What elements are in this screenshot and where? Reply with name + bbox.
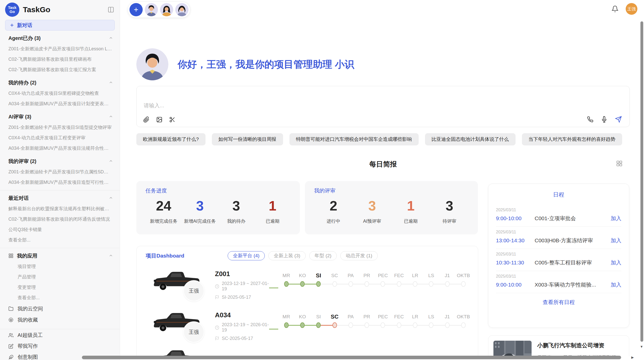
layout-grid-icon[interactable] xyxy=(616,160,623,167)
section-agent-done[interactable]: Agent已办 (3) xyxy=(0,33,120,44)
scissors-icon[interactable] xyxy=(169,116,175,123)
milestone-oktb: OKTB xyxy=(455,272,471,290)
chevron-up-icon[interactable] xyxy=(109,36,113,40)
send-icon[interactable] xyxy=(615,116,622,123)
list-item[interactable]: A034-全新新能源MUV产品开发项目造型可行性评审 xyxy=(0,177,120,188)
schedule-item: 2025/03/11 9:00-10:00 X003-车辆动力学性能验... 加… xyxy=(496,271,621,293)
milestone-lr: LR xyxy=(407,313,423,332)
section-title: 我的待办 (2) xyxy=(8,79,36,86)
milestone-track: MRKOSISCPAPRPECFECLRLSJ1OKTB xyxy=(278,313,472,332)
greeting-text: 你好，王强，我是你的项目管理助理 小识 xyxy=(178,58,354,71)
microphone-icon[interactable] xyxy=(601,116,607,123)
list-item[interactable]: C0X4-动力总成开发项目SI里程碑提交物检查 xyxy=(0,88,120,99)
list-item[interactable]: 解释最新出台的欧盟报废车法规再生塑料比例被调至15%... xyxy=(0,204,120,214)
sidebar-item-label: 创意制图 xyxy=(18,354,38,360)
milestone-ls: LS xyxy=(423,313,439,332)
sidebar-item-write-helper[interactable]: 帮我写作 xyxy=(0,341,120,352)
collapse-sidebar-icon[interactable] xyxy=(108,6,114,13)
chevron-up-icon[interactable] xyxy=(109,196,113,200)
sidebar-item-label: 我的云空间 xyxy=(18,305,43,312)
list-item[interactable]: A034-全新新能源MUV产品开发项目法规符合性评审 xyxy=(0,143,120,154)
users-icon xyxy=(8,333,13,338)
sidebar-item-product-mgmt[interactable]: 产品管理 xyxy=(0,272,120,282)
sidebar-item-label: 帮我写作 xyxy=(18,343,38,350)
suggestion-chip[interactable]: 当下年轻人对汽车外观有怎样的喜好趋势 xyxy=(522,133,622,145)
news-card[interactable]: 小鹏飞行汽车制造公司增资 天眼查 App 显示，近日广州汇天飞行汽... xyxy=(488,335,629,356)
chat-input-card[interactable]: 请输入... xyxy=(136,86,630,127)
list-item[interactable]: A034-全新新能源MUV产品开发项目计划变更表编写 xyxy=(0,99,120,109)
milestone-mr: MR xyxy=(278,272,294,290)
section-ai-review[interactable]: AI评审 (3) xyxy=(0,111,120,122)
project-car-image: 王强 xyxy=(149,307,205,343)
section-recent-chats[interactable]: 最近对话 xyxy=(0,192,120,204)
folder-icon xyxy=(8,306,13,311)
project-milestone-date: SC-2025-05-17 xyxy=(215,336,273,341)
chevron-up-icon[interactable] xyxy=(109,253,113,258)
list-item[interactable]: Z001-全新燃油轻卡产品开发项目SI造型提交物评审 xyxy=(0,122,120,133)
section-my-review[interactable]: 我的评审 (2) xyxy=(0,156,120,167)
chevron-up-icon[interactable] xyxy=(109,114,113,119)
divider xyxy=(0,248,120,248)
chevron-up-icon[interactable] xyxy=(109,159,113,163)
suggestion-chip[interactable]: 特朗普可能对进口汽车增税会对中国车企造成哪些影响 xyxy=(289,133,419,145)
section-title: 最近对话 xyxy=(8,195,29,202)
filter-pill[interactable]: 年型 (2) xyxy=(309,251,337,260)
filter-pill[interactable]: 全新上装 (3) xyxy=(268,251,306,260)
image-icon[interactable] xyxy=(156,116,163,123)
list-item[interactable]: Z001-全新燃油皮卡产品开发项目SI节点Lesson Learn报告 xyxy=(0,44,120,54)
daily-briefing-header: 每日简报 xyxy=(136,160,630,169)
list-item[interactable]: C02-飞腾新能源轻客改款项目立项汇报方案 xyxy=(0,65,120,75)
milestone-pec: PEC xyxy=(375,272,391,290)
suggestion-chip[interactable]: 欧洲新规最近颁布了什么? xyxy=(136,133,206,145)
new-chat-label: 新对话 xyxy=(17,22,32,29)
milestone-ls: LS xyxy=(423,272,439,290)
sidebar-item-project-mgmt[interactable]: 项目管理 xyxy=(0,261,120,272)
section-my-todo[interactable]: 我的待办 (2) xyxy=(0,77,120,88)
suggestion-chip[interactable]: 比亚迪全固态电池计划具体说了什么 xyxy=(425,133,516,145)
join-link[interactable]: 加入 xyxy=(611,215,621,222)
paperclip-icon[interactable] xyxy=(143,116,150,123)
sidebar-item-ai-employee[interactable]: AI超级员工 xyxy=(0,330,120,341)
view-all-schedule-link[interactable]: 查看所有日程 xyxy=(496,299,621,306)
section-my-apps[interactable]: 我的应用 xyxy=(0,250,120,261)
suggestion-chip[interactable]: 如何写一份清晰的项目周报 xyxy=(212,133,283,145)
view-all-chats[interactable]: 查看全部... xyxy=(0,235,120,245)
phone-icon[interactable] xyxy=(587,116,593,123)
sidebar-item-change-mgmt[interactable]: 变更管理 xyxy=(0,282,120,293)
filter-pill[interactable]: 全新平台 (4) xyxy=(228,251,265,260)
task-progress-card: 任务进度 24新增完成任务 3新增AI完成任务 3我的待办 1已逾期 xyxy=(136,181,300,234)
section-title: 我的评审 (2) xyxy=(8,158,36,165)
list-item[interactable]: C02-飞腾新能源轻客改款项目里程碑画布 xyxy=(0,54,120,65)
new-chat-button[interactable]: 新对话 xyxy=(5,20,115,31)
join-link[interactable]: 加入 xyxy=(611,259,621,266)
schedule-event: C003|H0B-方案冻结评审 xyxy=(535,237,608,244)
join-link[interactable]: 加入 xyxy=(611,237,621,244)
sidebar-item-cloud-space[interactable]: 我的云空间 xyxy=(0,303,120,314)
scroll-down-arrow[interactable]: ▼ xyxy=(640,345,643,349)
milestone-si: SI xyxy=(311,272,327,290)
list-item[interactable]: Z001-全新燃油轻卡产品开发项目SI节点属性5D文件评审 xyxy=(0,167,120,177)
stat-overdue: 1已逾期 xyxy=(391,198,430,224)
list-item[interactable]: C02-飞腾新能源轻客改款项目的闭环通告反馈情况 xyxy=(0,214,120,224)
schedule-date: 2025/03/11 xyxy=(496,230,621,234)
milestone-sc: SC xyxy=(327,272,343,290)
clock-icon xyxy=(215,284,219,289)
sidebar-item-favorites[interactable]: 我的收藏 xyxy=(0,314,120,325)
app-title: TaskGo xyxy=(23,5,50,14)
list-item[interactable]: 公司Q3轻卡销量 xyxy=(0,224,120,235)
schedule-date: 2025/03/11 xyxy=(496,274,621,279)
join-link[interactable]: 加入 xyxy=(611,281,621,288)
chat-input[interactable]: 请输入... xyxy=(144,102,164,109)
list-item[interactable]: C0X4-动力总成开发项目工程变更评审 xyxy=(0,133,120,143)
horizontal-scrollbar[interactable] xyxy=(82,356,621,359)
scroll-right-arrow[interactable]: ▶ xyxy=(631,355,634,359)
view-all-apps[interactable]: 查看全部... xyxy=(0,293,120,303)
milestone-j1: J1 xyxy=(439,272,455,290)
vertical-scrollbar[interactable] xyxy=(640,21,643,342)
project-row[interactable]: 王强 A034 2023-12-19 ~ 2026-01-19 SC-2025-… xyxy=(143,307,472,345)
chevron-up-icon[interactable] xyxy=(109,80,113,85)
stat-my-todo: 3我的待办 xyxy=(218,198,255,224)
filter-pill[interactable]: 动总开发 (1) xyxy=(340,251,378,260)
project-row[interactable]: 王强 Z001 2023-12-19 ~ 2027-01-19 SI-2025-… xyxy=(143,266,472,304)
logo-text-1: Task xyxy=(8,6,16,10)
